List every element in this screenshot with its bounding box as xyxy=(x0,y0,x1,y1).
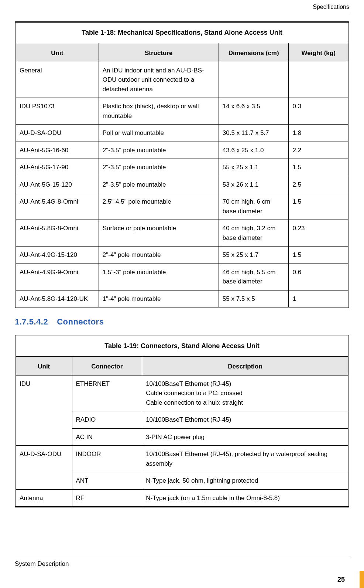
table19-caption: Table 1-19: Connectors, Stand Alone Acce… xyxy=(16,336,349,357)
cell: 1 xyxy=(289,290,349,308)
table-row: AntennaRFN-Type jack (on a 1.5m cable in… xyxy=(16,489,349,507)
cell: RF xyxy=(72,489,142,507)
cell: 10/100BaseT Ethernet (RJ-45)Cable connec… xyxy=(142,375,349,411)
table-row: AU-Ant-5.4G-8-Omni2.5"-4.5" pole mountab… xyxy=(16,193,349,220)
table-mechanical-specs: Table 1-18: Mechanical Specifications, S… xyxy=(15,21,349,308)
table-row: GeneralAn IDU indoor unit and an AU-D-BS… xyxy=(16,62,349,98)
orange-tab xyxy=(360,571,364,588)
cell: 1.5 xyxy=(289,159,349,176)
cell xyxy=(219,62,289,98)
cell: AU-Ant-5.8G-14-120-UK xyxy=(16,290,99,308)
cell: 2"-4" pole mountable xyxy=(99,247,219,264)
cell: AU-Ant-5G-15-120 xyxy=(16,176,99,193)
cell: INDOOR xyxy=(72,446,142,472)
cell: AU-Ant-5G-16-60 xyxy=(16,142,99,159)
cell: 0.23 xyxy=(289,220,349,247)
section-heading-connectors: 1.7.5.4.2Connectors xyxy=(15,317,349,327)
cell: 3-PIN AC power plug xyxy=(142,428,349,446)
cell: 10/100BaseT Ethernet (RJ-45), protected … xyxy=(142,446,349,472)
cell: N-Type jack, 50 ohm, lightning protected xyxy=(142,472,349,490)
cell: 55 x 25 x 1.7 xyxy=(219,247,289,264)
table-row: AU-D-SA-ODUINDOOR10/100BaseT Ethernet (R… xyxy=(16,446,349,472)
page-footer: System Description 25 xyxy=(15,558,349,584)
footer-text: System Description xyxy=(15,560,349,568)
cell: 55 x 7.5 x 5 xyxy=(219,290,289,308)
cell: 14 x 6.6 x 3.5 xyxy=(219,98,289,125)
table18-caption: Table 1-18: Mechanical Specifications, S… xyxy=(16,22,349,43)
table19-col-0: Unit xyxy=(16,357,72,375)
table-row: AU-D-SA-ODUPoll or wall mountable30.5 x … xyxy=(16,125,349,142)
cell: 1.8 xyxy=(289,125,349,142)
cell: 0.6 xyxy=(289,264,349,290)
section-number: 1.7.5.4.2 xyxy=(15,317,48,326)
cell: N-Type jack (on a 1.5m cable in the Omni… xyxy=(142,489,349,507)
table18-col-3: Weight (kg) xyxy=(289,43,349,62)
cell: 1.5"-3" pole mountable xyxy=(99,264,219,290)
cell: 2.2 xyxy=(289,142,349,159)
table-row: AU-Ant-5G-15-1202"-3.5" pole mountable53… xyxy=(16,176,349,193)
cell: 46 cm high, 5.5 cm base diameter xyxy=(219,264,289,290)
cell: 70 cm high, 6 cm base diameter xyxy=(219,193,289,220)
cell: Poll or wall mountable xyxy=(99,125,219,142)
table-connectors: Table 1-19: Connectors, Stand Alone Acce… xyxy=(15,335,349,507)
cell: IDU xyxy=(16,375,72,446)
cell: An IDU indoor unit and an AU-D-BS-ODU ou… xyxy=(99,62,219,98)
table-row: AU-Ant-5.8G-14-120-UK1"-4" pole mountabl… xyxy=(16,290,349,308)
cell: 30.5 x 11.7 x 5.7 xyxy=(219,125,289,142)
cell: RADIO xyxy=(72,411,142,429)
cell: 53 x 26 x 1.1 xyxy=(219,176,289,193)
cell: 55 x 25 x 1.1 xyxy=(219,159,289,176)
cell: Surface or pole mountable xyxy=(99,220,219,247)
cell: AC IN xyxy=(72,428,142,446)
cell: 2"-3.5" pole mountable xyxy=(99,159,219,176)
cell: 1"-4" pole mountable xyxy=(99,290,219,308)
cell: AU-D-SA-ODU xyxy=(16,446,72,490)
table-row: IDUETHERNET10/100BaseT Ethernet (RJ-45)C… xyxy=(16,375,349,411)
table18-col-2: Dimensions (cm) xyxy=(219,43,289,62)
cell: 2.5 xyxy=(289,176,349,193)
table-row: AU-Ant-5G-17-902"-3.5" pole mountable55 … xyxy=(16,159,349,176)
page: Specifications Table 1-18: Mechanical Sp… xyxy=(0,0,364,588)
cell: AU-Ant-5G-17-90 xyxy=(16,159,99,176)
table-row: AU-Ant-5.8G-8-OmniSurface or pole mounta… xyxy=(16,220,349,247)
table18-col-1: Structure xyxy=(99,43,219,62)
page-number: 25 xyxy=(337,576,349,584)
cell: 2"-3.5" pole mountable xyxy=(99,142,219,159)
cell: IDU PS1073 xyxy=(16,98,99,125)
cell: Antenna xyxy=(16,489,72,507)
cell: 10/100BaseT Ethernet (RJ-45) xyxy=(142,411,349,429)
table-row: AU-Ant-5G-16-602"-3.5" pole mountable43.… xyxy=(16,142,349,159)
table-row: AU-Ant-4.9G-9-Omni1.5"-3" pole mountable… xyxy=(16,264,349,290)
cell: 40 cm high, 3.2 cm base diameter xyxy=(219,220,289,247)
cell: 2"-3.5" pole mountable xyxy=(99,176,219,193)
cell: 43.6 x 25 x 1.0 xyxy=(219,142,289,159)
table19-col-2: Description xyxy=(142,357,349,375)
cell: Plastic box (black), desktop or wall mou… xyxy=(99,98,219,125)
cell: AU-Ant-4.9G-15-120 xyxy=(16,247,99,264)
cell: AU-Ant-5.8G-8-Omni xyxy=(16,220,99,247)
cell: 1.5 xyxy=(289,193,349,220)
cell: 0.3 xyxy=(289,98,349,125)
table-row: IDU PS1073Plastic box (black), desktop o… xyxy=(16,98,349,125)
cell xyxy=(289,62,349,98)
cell: 1.5 xyxy=(289,247,349,264)
cell: AU-Ant-4.9G-9-Omni xyxy=(16,264,99,290)
table-row: AU-Ant-4.9G-15-1202"-4" pole mountable55… xyxy=(16,247,349,264)
cell: AU-D-SA-ODU xyxy=(16,125,99,142)
cell: AU-Ant-5.4G-8-Omni xyxy=(16,193,99,220)
table19-col-1: Connector xyxy=(72,357,142,375)
table18-col-0: Unit xyxy=(16,43,99,62)
cell: 2.5"-4.5" pole mountable xyxy=(99,193,219,220)
header-right: Specifications xyxy=(15,4,349,12)
section-title: Connectors xyxy=(57,317,104,326)
cell: General xyxy=(16,62,99,98)
cell: ETHERNET xyxy=(72,375,142,411)
cell: ANT xyxy=(72,472,142,490)
